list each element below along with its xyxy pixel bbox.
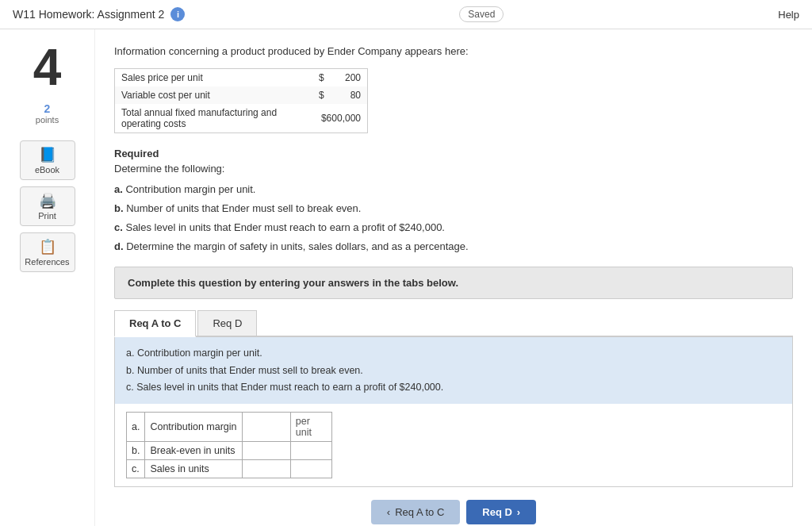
page-title: W11 Homework: Assignment 2 [13, 8, 164, 21]
question-intro: Information concerning a product produce… [114, 45, 793, 57]
row-amount: 80 [331, 86, 368, 104]
prev-arrow-icon: ‹ [387, 506, 390, 518]
references-label: References [25, 257, 69, 267]
print-label: Print [38, 211, 56, 221]
input-cell-c[interactable] [243, 460, 291, 478]
row-num-a: a. [127, 413, 145, 442]
label-sales-units: Sales in units [145, 460, 243, 478]
list-item: d. Determine the margin of safety in uni… [114, 238, 793, 255]
row-symbol: $ [307, 86, 330, 104]
next-button[interactable]: Req D › [466, 500, 536, 524]
complete-box: Complete this question by entering your … [114, 267, 793, 299]
unit-empty-c [290, 460, 331, 478]
table-row: Sales price per unit $ 200 [115, 69, 368, 87]
top-bar: W11 Homework: Assignment 2 i Saved Help [0, 0, 812, 29]
table-row: Total annual fixed manufacturing andoper… [115, 104, 368, 133]
tab-desc-c: c. Sales level in units that Ender must … [126, 379, 781, 396]
input-sales-units[interactable] [247, 463, 285, 474]
ebook-icon: 📘 [24, 146, 71, 163]
content-area: Information concerning a product produce… [95, 29, 812, 526]
row-num-b: b. [127, 442, 145, 460]
tab-description: a. Contribution margin per unit. b. Numb… [115, 337, 792, 404]
next-arrow-icon: › [517, 506, 520, 518]
tab-req-d[interactable]: Req D [197, 310, 257, 336]
print-button[interactable]: 🖨️ Print [20, 186, 75, 226]
nav-buttons: ‹ Req A to C Req D › [114, 500, 793, 524]
answer-table-container: a. Contribution margin per unit b. Break… [115, 404, 792, 486]
input-cell-a[interactable] [243, 413, 291, 442]
data-table: Sales price per unit $ 200 Variable cost… [114, 68, 368, 133]
points-block: 2 points [36, 102, 59, 125]
requirements-list: a. Contribution margin per unit. b. Numb… [114, 181, 793, 255]
tabs-row: Req A to C Req D [114, 310, 793, 337]
answer-row-b: b. Break-even in units [127, 442, 332, 460]
determine-text: Determine the following: [114, 163, 793, 175]
row-amount: 200 [331, 69, 368, 87]
tab-content: a. Contribution margin per unit. b. Numb… [114, 337, 793, 487]
row-label: Variable cost per unit [115, 86, 308, 104]
label-breakeven: Break-even in units [145, 442, 243, 460]
references-button[interactable]: 📋 References [20, 232, 75, 272]
main-layout: 4 2 points 📘 eBook 🖨️ Print 📋 References… [0, 29, 812, 526]
points-label: points [36, 115, 59, 125]
help-text[interactable]: Help [778, 9, 799, 21]
table-row: Variable cost per unit $ 80 [115, 86, 368, 104]
tab-desc-a: a. Contribution margin per unit. [126, 345, 781, 362]
list-item: b. Number of units that Ender must sell … [114, 200, 793, 217]
row-amount: $600,000 [307, 104, 367, 133]
tab-desc-b: b. Number of units that Ender must sell … [126, 363, 781, 379]
prev-button[interactable]: ‹ Req A to C [371, 500, 461, 524]
answer-row-c: c. Sales in units [127, 460, 332, 478]
ebook-button[interactable]: 📘 eBook [20, 140, 75, 180]
tab-req-a-to-c[interactable]: Req A to C [114, 310, 196, 337]
ebook-label: eBook [35, 165, 59, 175]
saved-badge: Saved [459, 6, 504, 22]
row-label: Sales price per unit [115, 69, 308, 87]
input-cell-b[interactable] [243, 442, 291, 460]
answer-table: a. Contribution margin per unit b. Break… [126, 412, 332, 478]
row-symbol: $ [307, 69, 330, 87]
list-item: c. Sales level in units that Ender must … [114, 219, 793, 236]
unit-empty-b [290, 442, 331, 460]
points-value: 2 [36, 102, 59, 115]
input-breakeven[interactable] [247, 445, 285, 456]
left-sidebar: 4 2 points 📘 eBook 🖨️ Print 📋 References [0, 29, 95, 526]
next-button-label: Req D [482, 506, 512, 518]
row-label: Total annual fixed manufacturing andoper… [115, 104, 308, 133]
input-contribution-margin[interactable] [247, 421, 285, 432]
list-item: a. Contribution margin per unit. [114, 181, 793, 198]
info-icon[interactable]: i [170, 7, 185, 21]
prev-button-label: Req A to C [395, 506, 444, 518]
answer-row-a: a. Contribution margin per unit [127, 413, 332, 442]
header-title-area: W11 Homework: Assignment 2 i [13, 7, 185, 21]
question-number: 4 [33, 42, 62, 93]
print-icon: 🖨️ [24, 192, 71, 209]
label-contribution-margin: Contribution margin [145, 413, 243, 442]
references-icon: 📋 [24, 238, 71, 255]
required-label: Required [114, 148, 793, 159]
unit-per-unit: per unit [290, 413, 331, 442]
row-num-c: c. [127, 460, 145, 478]
